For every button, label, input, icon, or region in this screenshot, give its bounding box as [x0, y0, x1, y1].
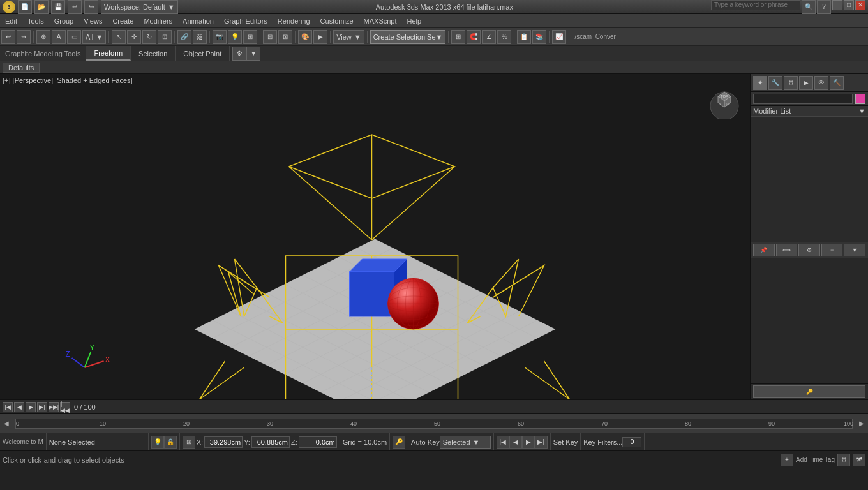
z-coord[interactable]: [299, 436, 337, 448]
rp-pin-btn[interactable]: 📌: [753, 244, 775, 256]
quick-access-open[interactable]: 📂: [34, 0, 49, 14]
mirror-btn[interactable]: ⊟: [263, 30, 277, 44]
timeline-left-arrow[interactable]: ◀: [0, 420, 13, 427]
menu-tools[interactable]: Tools: [22, 16, 49, 26]
rp-filter-btn[interactable]: ▼: [844, 244, 865, 256]
select-name-btn[interactable]: A: [52, 30, 66, 44]
menu-modifiers[interactable]: Modifiers: [138, 16, 177, 26]
select-btn[interactable]: ↖: [112, 30, 126, 44]
timeline-prev-key[interactable]: |◀: [3, 402, 13, 412]
play-btn[interactable]: ▶: [522, 436, 535, 449]
selected-dropdown[interactable]: Selected ▼: [440, 436, 491, 449]
curve-editor-btn[interactable]: 📈: [552, 30, 566, 44]
timeline-right-arrow[interactable]: ▶: [855, 420, 868, 427]
quick-access-redo[interactable]: ↪: [84, 0, 98, 14]
y-coord[interactable]: [251, 436, 290, 448]
rp-utility-icon[interactable]: 🔨: [830, 76, 844, 90]
quick-access-new[interactable]: 📄: [18, 0, 32, 14]
link-btn[interactable]: 🔗: [177, 30, 191, 44]
timeline-prev-frame[interactable]: ◀: [14, 402, 24, 412]
tab-freeform[interactable]: Freeform: [86, 46, 131, 61]
transform-type-in-btn[interactable]: ⊞: [183, 436, 195, 449]
grid-btn[interactable]: ⊞: [451, 30, 465, 44]
search-button[interactable]: 🔍: [802, 0, 816, 14]
add-time-tag-btn[interactable]: +: [781, 454, 793, 466]
minimize-button[interactable]: _: [832, 0, 842, 10]
quick-access-undo[interactable]: ↩: [68, 0, 82, 14]
select-region-btn[interactable]: ▭: [67, 30, 81, 44]
workspace-dropdown[interactable]: Workspace: Default ▼: [101, 0, 178, 14]
graphite-expand-btn[interactable]: ▼: [246, 47, 260, 61]
rp-hierarchy-icon[interactable]: ⚙: [784, 76, 798, 90]
close-button[interactable]: ✕: [855, 0, 865, 10]
menu-graph-editors[interactable]: Graph Editors: [219, 16, 273, 26]
timeline-play[interactable]: ▶: [26, 402, 36, 412]
viewport[interactable]: [+] [Perspective] [Shaded + Edged Faces]: [0, 74, 750, 399]
info-button[interactable]: ?: [817, 0, 831, 14]
color-input-field[interactable]: [753, 94, 853, 104]
menu-animation[interactable]: Animation: [177, 16, 219, 26]
rp-create-icon[interactable]: ✦: [753, 76, 767, 90]
material-btn[interactable]: 🎨: [298, 30, 312, 44]
rp-display-icon[interactable]: 👁: [814, 76, 828, 90]
named-selections-btn[interactable]: 📋: [517, 30, 531, 44]
rp-key-btn[interactable]: 🔑: [753, 385, 865, 398]
maximize-button[interactable]: □: [844, 0, 854, 10]
tab-selection[interactable]: Selection: [131, 46, 176, 61]
rp-modify-icon[interactable]: 🔧: [768, 76, 782, 90]
timeline-first-frame[interactable]: |◀◀: [60, 402, 70, 412]
tab-object-paint[interactable]: Object Paint: [176, 46, 230, 61]
rotate-btn[interactable]: ↻: [142, 30, 156, 44]
camera-btn[interactable]: 📷: [213, 30, 227, 44]
prev-key-btn[interactable]: |◀: [497, 436, 509, 449]
select-filter-btn[interactable]: ⊕: [36, 30, 50, 44]
percent-snap-btn[interactable]: %: [497, 30, 511, 44]
settings-icon[interactable]: ⚙: [837, 454, 850, 466]
prev-frame-btn[interactable]: ◀: [509, 436, 522, 449]
snap-btn[interactable]: 🧲: [467, 30, 481, 44]
color-swatch[interactable]: [855, 94, 865, 104]
menu-maxscript[interactable]: MAXScript: [359, 16, 402, 26]
lock-icon[interactable]: 🔒: [164, 436, 177, 449]
light-btn[interactable]: 💡: [228, 30, 242, 44]
menu-customize[interactable]: Customize: [315, 16, 359, 26]
key-filters-label[interactable]: Key Filters...: [583, 438, 622, 446]
menu-rendering[interactable]: Rendering: [273, 16, 315, 26]
search-input[interactable]: [711, 0, 800, 10]
defaults-tab[interactable]: Defaults: [3, 63, 40, 73]
nav-icon[interactable]: 🗺: [853, 454, 865, 466]
quick-access-save[interactable]: 💾: [51, 0, 65, 14]
timeline-last-frame[interactable]: ▶▶|: [49, 402, 59, 412]
modifier-list-area[interactable]: [751, 117, 868, 242]
align-btn[interactable]: ⊠: [278, 30, 292, 44]
create-selection-btn[interactable]: Create Selection Se ▼: [370, 30, 446, 44]
frame-input[interactable]: [622, 437, 641, 447]
redo-btn[interactable]: ↪: [17, 30, 31, 44]
scene-view[interactable]: X Y Z: [0, 74, 750, 399]
rp-align-btn[interactable]: ⟺: [776, 244, 798, 256]
graphite-settings-btn[interactable]: ⚙: [232, 47, 246, 61]
undo-btn[interactable]: ↩: [1, 30, 15, 44]
lock-selection-btn[interactable]: 💡: [151, 436, 164, 449]
navigation-cube[interactable]: TOP L R: [705, 80, 744, 119]
menu-group[interactable]: Group: [49, 16, 79, 26]
rp-motion-icon[interactable]: ▶: [799, 76, 813, 90]
rp-configure-btn[interactable]: ≡: [821, 244, 843, 256]
view-dropdown[interactable]: View ▼: [333, 30, 364, 44]
move-btn[interactable]: ✛: [127, 30, 141, 44]
menu-edit[interactable]: Edit: [0, 16, 22, 26]
timeline-next-frame[interactable]: ▶|: [37, 402, 47, 412]
x-coord[interactable]: [204, 436, 243, 448]
render-btn[interactable]: ▶: [313, 30, 327, 44]
next-frame-btn[interactable]: ▶|: [535, 436, 548, 449]
menu-create[interactable]: Create: [107, 16, 138, 26]
filter-dropdown[interactable]: All ▼: [82, 30, 106, 44]
layer-btn[interactable]: 📚: [532, 30, 546, 44]
angle-snap-btn[interactable]: ∠: [482, 30, 496, 44]
helpers-btn[interactable]: ⊞: [243, 30, 257, 44]
rp-settings-btn[interactable]: ⚙: [798, 244, 820, 256]
right-panel-properties[interactable]: [751, 258, 868, 383]
timeline-bar[interactable]: ◀ 0 10 20 30 40 50 60 70 80 90 100 ▶: [0, 414, 868, 433]
timeline-track[interactable]: 0 10 20 30 40 50 60 70 80 90 100: [15, 419, 853, 429]
scale-btn[interactable]: ⊡: [158, 30, 172, 44]
